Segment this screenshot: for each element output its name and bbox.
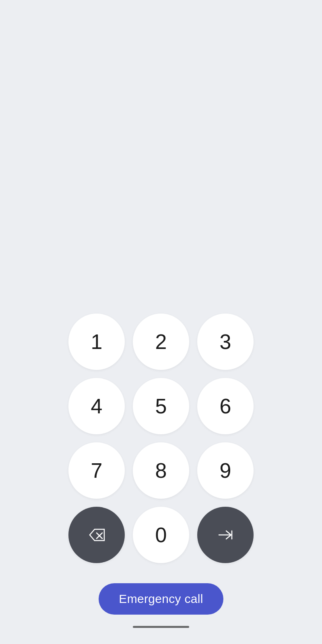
- key-3-label: 3: [220, 330, 231, 354]
- key-6-label: 6: [220, 394, 231, 418]
- key-4-button[interactable]: 4: [68, 378, 125, 434]
- keypad-container: 1 2 3 4 5 6 7 8 9: [68, 314, 254, 644]
- forward-icon: [217, 527, 233, 543]
- key-7-label: 7: [91, 458, 103, 483]
- home-indicator: [133, 626, 189, 628]
- key-backspace-button[interactable]: [68, 507, 125, 563]
- key-8-button[interactable]: 8: [133, 442, 189, 499]
- key-5-button[interactable]: 5: [133, 378, 189, 434]
- key-9-label: 9: [220, 458, 231, 483]
- key-2-label: 2: [155, 330, 167, 354]
- emergency-call-button[interactable]: Emergency call: [99, 583, 223, 615]
- emergency-call-label: Emergency call: [119, 592, 203, 605]
- key-2-button[interactable]: 2: [133, 314, 189, 370]
- key-8-label: 8: [155, 458, 167, 483]
- backspace-icon: [88, 526, 105, 544]
- key-1-button[interactable]: 1: [68, 314, 125, 370]
- key-4-label: 4: [91, 394, 103, 418]
- key-0-label: 0: [155, 523, 167, 547]
- key-0-button[interactable]: 0: [133, 507, 189, 563]
- key-6-button[interactable]: 6: [197, 378, 254, 434]
- key-7-button[interactable]: 7: [68, 442, 125, 499]
- keypad-grid: 1 2 3 4 5 6 7 8 9: [68, 314, 254, 563]
- key-forward-button[interactable]: [197, 507, 254, 563]
- key-3-button[interactable]: 3: [197, 314, 254, 370]
- key-1-label: 1: [91, 330, 103, 354]
- key-9-button[interactable]: 9: [197, 442, 254, 499]
- key-5-label: 5: [155, 394, 167, 418]
